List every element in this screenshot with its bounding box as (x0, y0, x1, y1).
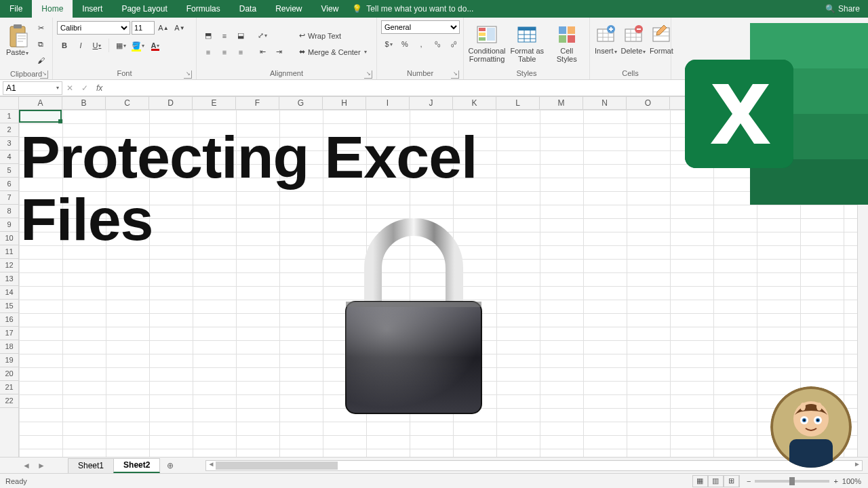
formula-input[interactable] (106, 81, 868, 95)
enter-formula-button[interactable]: ✓ (77, 83, 92, 93)
column-header[interactable]: G (279, 97, 323, 109)
fill-color-button[interactable]: 🪣▾ (130, 38, 146, 53)
tab-home[interactable]: Home (32, 0, 73, 18)
column-header[interactable]: O (627, 97, 670, 109)
column-header[interactable]: K (453, 97, 496, 109)
tab-data[interactable]: Data (230, 0, 266, 18)
view-normal-button[interactable]: ▦ (692, 475, 709, 487)
clipboard-launcher[interactable] (40, 70, 48, 79)
column-header[interactable]: A (19, 97, 62, 109)
cut-button[interactable]: ✂ (33, 20, 48, 35)
row-header[interactable]: 18 (0, 340, 18, 354)
align-bottom-button[interactable]: ⬓ (233, 28, 248, 43)
horizontal-scrollbar[interactable] (205, 460, 863, 471)
view-pagebreak-button[interactable]: ⊞ (724, 475, 740, 487)
select-all-corner[interactable] (0, 96, 19, 110)
column-header[interactable]: N (583, 97, 627, 109)
column-header[interactable]: D (149, 97, 193, 109)
column-header[interactable]: H (323, 97, 366, 109)
format-as-table-button[interactable]: Format as Table (509, 22, 546, 66)
row-header[interactable]: 13 (0, 272, 18, 286)
view-pagelayout-button[interactable]: ▥ (708, 475, 724, 487)
insert-cells-button[interactable]: Insert▾ (594, 22, 618, 66)
fx-icon[interactable]: fx (92, 83, 106, 93)
column-header[interactable]: P (670, 97, 713, 109)
conditional-formatting-button[interactable]: Conditional Formatting (468, 22, 506, 66)
format-cells-button[interactable]: Format (649, 22, 673, 66)
alignment-launcher[interactable] (364, 70, 372, 79)
comma-button[interactable]: , (414, 37, 429, 52)
spreadsheet-grid[interactable]: ABCDEFGHIJKLMNOPQRS 12345678910111213141… (0, 96, 868, 457)
tab-pagelayout[interactable]: Page Layout (112, 0, 176, 18)
column-header[interactable]: S (800, 97, 844, 109)
column-header[interactable]: B (62, 97, 106, 109)
currency-button[interactable]: $▾ (381, 37, 396, 52)
increase-font-button[interactable]: A▲ (156, 20, 171, 35)
column-header[interactable]: I (366, 97, 410, 109)
row-header[interactable]: 4 (0, 150, 18, 164)
new-sheet-button[interactable]: ⊕ (162, 458, 178, 473)
decrease-font-button[interactable]: A▼ (172, 20, 187, 35)
cells-area[interactable] (19, 110, 857, 457)
column-header[interactable]: Q (713, 97, 757, 109)
row-header[interactable]: 8 (0, 205, 18, 218)
format-painter-button[interactable]: 🖌 (33, 53, 48, 68)
vertical-scrollbar[interactable] (857, 96, 868, 457)
wrap-text-button[interactable]: ↩Wrap Text (297, 28, 378, 43)
sheet-tab-sheet1[interactable]: Sheet1 (68, 458, 114, 473)
tab-insert[interactable]: Insert (73, 0, 112, 18)
column-header[interactable]: F (236, 97, 279, 109)
row-header[interactable]: 11 (0, 245, 18, 259)
row-header[interactable]: 10 (0, 232, 18, 245)
name-box[interactable]: A1▾ (3, 81, 62, 95)
borders-button[interactable]: ▦▾ (113, 38, 128, 53)
tell-me[interactable]: 💡 Tell me what you want to do... (352, 0, 473, 18)
bold-button[interactable]: B (57, 38, 72, 53)
row-header[interactable]: 20 (0, 367, 18, 381)
paste-button[interactable]: Paste▾ (4, 22, 31, 66)
increase-indent-button[interactable]: ⇥ (271, 45, 286, 60)
row-header[interactable]: 7 (0, 191, 18, 205)
column-header[interactable]: C (106, 97, 149, 109)
row-header[interactable]: 17 (0, 327, 18, 340)
zoom-level[interactable]: 100% (842, 477, 861, 485)
row-headers[interactable]: 12345678910111213141516171819202122 (0, 110, 19, 457)
row-header[interactable]: 2 (0, 123, 18, 137)
cancel-formula-button[interactable]: ✕ (62, 83, 77, 93)
decrease-indent-button[interactable]: ⇤ (255, 45, 270, 60)
align-center-button[interactable]: ≡ (217, 45, 232, 60)
column-headers[interactable]: ABCDEFGHIJKLMNOPQRS (19, 96, 857, 110)
row-header[interactable]: 6 (0, 178, 18, 191)
tab-review[interactable]: Review (266, 0, 311, 18)
row-header[interactable]: 1 (0, 110, 18, 123)
row-header[interactable]: 14 (0, 286, 18, 300)
sheet-tab-sheet2[interactable]: Sheet2 (113, 458, 160, 473)
share-button[interactable]: 🔍 Share (817, 0, 868, 18)
number-format-select[interactable]: General (381, 20, 460, 34)
orientation-button[interactable]: ⤢▾ (255, 28, 270, 43)
increase-decimal-button[interactable]: ⁰₀ (430, 37, 445, 52)
underline-button[interactable]: U▾ (90, 38, 104, 53)
row-header[interactable]: 19 (0, 354, 18, 367)
row-header[interactable]: 9 (0, 218, 18, 232)
align-top-button[interactable]: ⬒ (201, 28, 216, 43)
merge-center-button[interactable]: ⬌Merge & Center▾ (297, 45, 378, 60)
align-middle-button[interactable]: ≡ (217, 28, 232, 43)
row-header[interactable]: 3 (0, 137, 18, 150)
font-name-select[interactable]: Calibri (57, 21, 130, 35)
cell-styles-button[interactable]: Cell Styles (549, 22, 586, 66)
column-header[interactable]: M (540, 97, 583, 109)
sheet-nav-prev[interactable]: ◄ (22, 461, 31, 470)
percent-button[interactable]: % (397, 37, 412, 52)
tab-file[interactable]: File (0, 0, 32, 18)
zoom-slider[interactable] (755, 480, 829, 483)
row-header[interactable]: 15 (0, 300, 18, 313)
row-header[interactable]: 12 (0, 259, 18, 272)
row-header[interactable]: 21 (0, 381, 18, 394)
italic-button[interactable]: I (73, 38, 88, 53)
font-size-input[interactable] (132, 21, 155, 35)
delete-cells-button[interactable]: Delete▾ (620, 22, 647, 66)
align-right-button[interactable]: ≡ (233, 45, 248, 60)
column-header[interactable]: E (193, 97, 236, 109)
sheet-nav-next[interactable]: ► (37, 461, 45, 470)
